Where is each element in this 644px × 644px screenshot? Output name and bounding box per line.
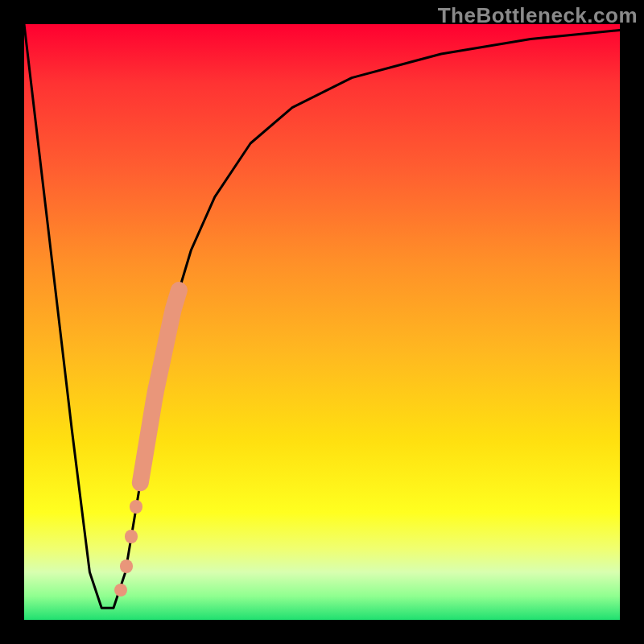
watermark-text: TheBottleneck.com	[438, 3, 638, 28]
curve-marker-dot	[125, 530, 138, 543]
curve-marker-dot	[130, 500, 142, 513]
chart-frame: TheBottleneck.com	[0, 0, 644, 644]
thick-marker-segment	[140, 291, 179, 483]
plot-area	[24, 24, 620, 620]
curve-marker-dot	[120, 559, 133, 572]
curve-marker-dot	[114, 584, 127, 597]
bottleneck-curve	[24, 24, 620, 620]
